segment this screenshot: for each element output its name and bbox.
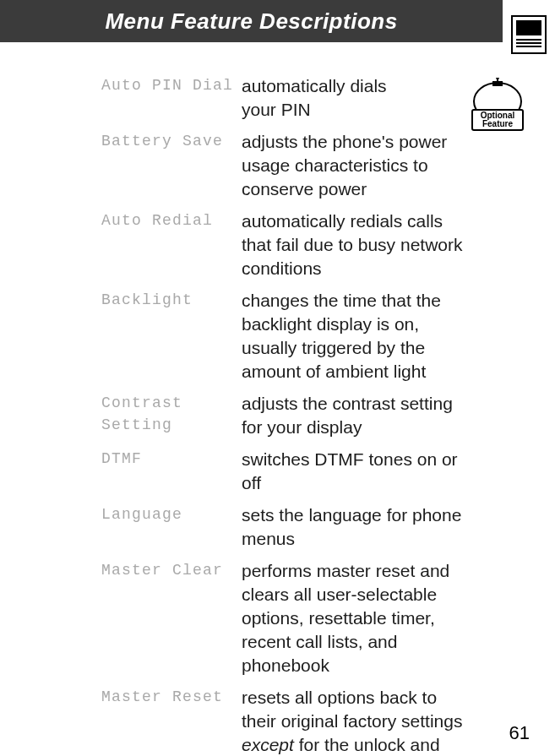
feature-desc: automatically dials your PIN: [242, 74, 530, 122]
feature-term: DTMF: [101, 448, 242, 495]
feature-term: Auto PIN Dial: [101, 74, 242, 122]
table-row: Master Reset resets all options back to …: [101, 686, 530, 756]
table-row: Language sets the language for phone men…: [101, 503, 530, 551]
table-row: Auto Redial automatically redials calls …: [101, 209, 530, 280]
table-row: Backlight changes the time that the back…: [101, 289, 530, 383]
feature-desc: adjusts the phone's power usage characte…: [242, 130, 530, 201]
feature-desc: automatically redials calls that fail du…: [242, 209, 530, 280]
feature-term: Auto Redial: [101, 209, 242, 280]
table-row: Battery Save adjusts the phone's power u…: [101, 130, 530, 201]
feature-term: Contrast Setting: [101, 392, 242, 439]
feature-term: Backlight: [101, 289, 242, 383]
feature-table: Auto PIN Dial automatically dials your P…: [101, 74, 530, 756]
feature-desc: switches DTMF tones on or off: [242, 448, 530, 495]
page-number: 61: [509, 722, 530, 744]
feature-desc: adjusts the contrast setting for your di…: [242, 392, 530, 439]
feature-term: Master Reset: [101, 686, 242, 756]
feature-desc: sets the language for phone menus: [242, 503, 530, 551]
feature-term: Language: [101, 503, 242, 551]
book-icon: [511, 15, 547, 54]
page-title: Menu Feature Descriptions: [105, 8, 397, 35]
page-header: Menu Feature Descriptions: [0, 0, 503, 42]
feature-desc: resets all options back to their origina…: [242, 686, 530, 756]
table-row: DTMF switches DTMF tones on or off: [101, 448, 530, 495]
feature-desc: performs master reset and clears all use…: [242, 559, 530, 677]
feature-term: Battery Save: [101, 130, 242, 201]
table-row: Auto PIN Dial automatically dials your P…: [101, 74, 530, 122]
feature-term: Master Clear: [101, 559, 242, 677]
table-row: Master Clear performs master reset and c…: [101, 559, 530, 677]
feature-desc: changes the time that the backlight disp…: [242, 289, 530, 383]
table-row: Contrast Setting adjusts the contrast se…: [101, 392, 530, 439]
